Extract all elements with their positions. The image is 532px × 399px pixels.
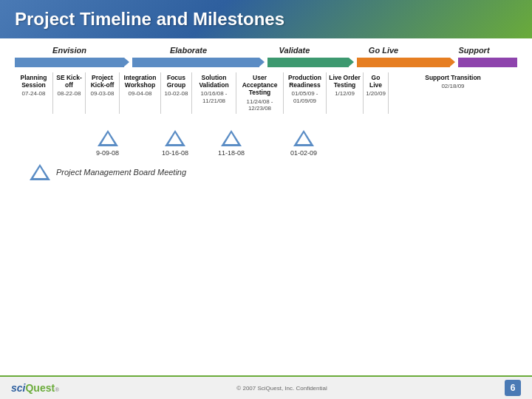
milestone-planning-session: Planning Session 07-24-08 xyxy=(15,72,53,114)
footer-page-number: 6 xyxy=(505,380,521,396)
phase-label-support: Support xyxy=(431,46,517,55)
phase-headers-row: Envision Elaborate Validate Go Live Supp… xyxy=(15,46,517,55)
milestone-production-readiness: Production Readiness 01/05/09 - 01/09/09 xyxy=(284,72,327,114)
board-meeting-4: 01-02-09 xyxy=(290,130,317,157)
milestone-uat: User Acceptance Testing 11/24/08 - 12/23… xyxy=(236,72,284,114)
milestone-integration-workshop: Integration Workshop 09-04-08 xyxy=(120,72,161,114)
board-meeting-1: 9-09-08 xyxy=(96,130,119,157)
board-meeting-label: Project Management Board Meeting xyxy=(15,164,517,180)
phase-label-validate: Validate xyxy=(253,46,336,55)
milestone-go-live: Go Live 1/20/09 xyxy=(364,72,389,114)
main-content: Envision Elaborate Validate Go Live Supp… xyxy=(0,38,532,184)
arrow-validate xyxy=(267,58,349,67)
footer-logo: sciQuest® xyxy=(11,382,59,394)
board-meeting-date-4: 01-02-09 xyxy=(290,149,317,157)
page-footer: sciQuest® © 2007 SciQuest, Inc. Confiden… xyxy=(0,375,532,399)
triangle-icon-2 xyxy=(165,130,185,146)
board-meeting-date-2: 10-16-08 xyxy=(162,149,188,157)
arrow-support xyxy=(458,58,517,67)
triangle-icon-legend xyxy=(30,164,50,180)
milestone-se-kickoff: SE Kick-off 08-22-08 xyxy=(53,72,86,114)
milestones-row: Planning Session 07-24-08 SE Kick-off 08… xyxy=(15,72,517,114)
footer-copyright: © 2007 SciQuest, Inc. Confidential xyxy=(236,385,327,392)
board-meeting-3: 11-18-08 xyxy=(218,130,245,157)
board-meeting-date-3: 11-18-08 xyxy=(218,149,245,157)
phase-arrow-bars xyxy=(15,56,517,68)
triangle-icon-4 xyxy=(293,130,314,146)
phase-label-elaborate: Elaborate xyxy=(124,46,253,55)
board-meeting-date-1: 9-09-08 xyxy=(96,149,119,157)
milestone-support-transition: Support Transition 02/18/09 xyxy=(389,72,517,114)
page-header: Project Timeline and Milestones xyxy=(0,0,532,38)
page-title: Project Timeline and Milestones xyxy=(15,9,284,30)
board-meeting-text: Project Management Board Meeting xyxy=(56,168,186,177)
board-meeting-2: 10-16-08 xyxy=(162,130,188,157)
milestone-focus-group: Focus Group 10-02-08 xyxy=(161,72,192,114)
phase-label-envision: Envision xyxy=(15,46,124,55)
triangle-icon-3 xyxy=(221,130,242,146)
board-meetings-row: 9-09-08 10-16-08 11-18-08 01-02-09 xyxy=(15,130,517,157)
milestone-solution-validation: Solution Validation 10/16/08 - 11/21/08 xyxy=(192,72,236,114)
milestone-project-kickoff: Project Kick-off 09-03-08 xyxy=(86,72,120,114)
milestone-live-order-testing: Live Order Testing 1/12/09 xyxy=(327,72,364,114)
arrow-envision xyxy=(15,58,124,67)
triangle-icon-1 xyxy=(98,130,118,146)
arrow-elaborate xyxy=(132,58,259,67)
arrow-golive xyxy=(357,58,450,67)
phase-label-golive: Go Live xyxy=(336,46,431,55)
